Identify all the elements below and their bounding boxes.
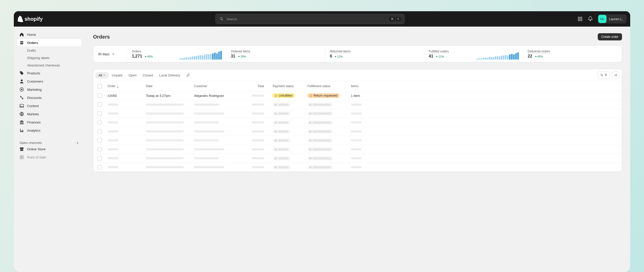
- table-row[interactable]: [93, 154, 622, 163]
- skeleton: [194, 112, 224, 115]
- tab-open[interactable]: Open: [125, 72, 140, 78]
- brand-logo[interactable]: shopify: [17, 16, 43, 22]
- topbar: shopify Search ⌘ K LL Lauren L.: [14, 11, 630, 27]
- col-fulfillment[interactable]: Fulfillment status: [307, 84, 351, 88]
- skeleton: [108, 139, 118, 141]
- svg-point-1: [21, 89, 22, 90]
- nav-content[interactable]: Content: [17, 102, 82, 110]
- skeleton: [273, 112, 290, 116]
- skeleton: [252, 166, 264, 168]
- skeleton: [307, 112, 333, 116]
- search-icon: [600, 73, 604, 77]
- stats-card: 30 days Orders 1,271 45% Ordered items: [93, 46, 622, 62]
- bell-icon[interactable]: [588, 16, 593, 22]
- col-payment[interactable]: Payment status: [264, 84, 307, 88]
- skeleton: [146, 104, 184, 106]
- sales-channels-header[interactable]: Sales channels: [17, 141, 82, 145]
- skeleton: [252, 139, 264, 141]
- user-menu[interactable]: LL Lauren L.: [598, 14, 627, 24]
- nav-online-store[interactable]: Online Store: [17, 145, 82, 153]
- skeleton: [307, 148, 333, 151]
- table-row[interactable]: [93, 100, 622, 109]
- tab-local-delivery[interactable]: Local Delivery: [156, 72, 183, 78]
- nav-abandoned[interactable]: Abandoned checkouts: [17, 62, 82, 69]
- row-checkbox[interactable]: [97, 129, 102, 134]
- table-row[interactable]: [93, 136, 622, 145]
- skeleton: [351, 148, 362, 150]
- table-row[interactable]: [93, 145, 622, 154]
- col-items[interactable]: Items: [351, 84, 618, 88]
- row-checkbox[interactable]: [97, 165, 102, 169]
- row-checkbox[interactable]: [97, 156, 102, 161]
- table-header: Order Date Customer Total Payment status…: [93, 81, 622, 91]
- pos-icon: [19, 155, 24, 160]
- tabs-row: All Unpaid Open Closed Local Delivery: [93, 69, 622, 81]
- skeleton: [307, 139, 333, 142]
- nav-orders[interactable]: Orders: [17, 39, 82, 47]
- search-placeholder: Search: [226, 17, 237, 21]
- caret-up-icon: [436, 55, 438, 58]
- globe-icon: [19, 112, 24, 116]
- col-date[interactable]: Date: [146, 84, 194, 88]
- skeleton: [273, 121, 290, 124]
- caret-up-icon: [145, 55, 147, 58]
- user-name: Lauren L.: [609, 17, 623, 21]
- brand-text: shopify: [25, 16, 43, 22]
- search-input[interactable]: Search ⌘ K: [215, 14, 405, 24]
- col-customer[interactable]: Customer: [194, 84, 243, 88]
- nav-marketing[interactable]: Marketing: [17, 86, 82, 93]
- nav-customers[interactable]: Customers: [17, 77, 82, 85]
- sort-button[interactable]: [612, 71, 620, 79]
- tab-all[interactable]: All: [95, 72, 109, 78]
- table-row[interactable]: [93, 109, 622, 118]
- row-checkbox[interactable]: [97, 102, 102, 107]
- shopify-icon: [17, 16, 24, 22]
- row-checkbox[interactable]: [97, 147, 102, 152]
- nav-discounts[interactable]: Discounts: [17, 94, 82, 101]
- skeleton: [194, 139, 219, 141]
- select-all-checkbox[interactable]: [97, 84, 102, 88]
- chart-icon: [19, 128, 24, 133]
- tab-unpaid[interactable]: Unpaid: [109, 72, 125, 78]
- table-row[interactable]: #2050 Today at 3:27pm Alejandro Rodrigue…: [93, 91, 622, 100]
- skeleton: [351, 130, 362, 132]
- date-range-selector[interactable]: 30 days: [93, 46, 127, 62]
- col-order[interactable]: Order: [108, 84, 146, 88]
- stat-returned-items[interactable]: Returned items 6 11%: [325, 46, 424, 62]
- tab-closed[interactable]: Closed: [140, 72, 156, 78]
- skeleton: [273, 148, 290, 151]
- row-checkbox[interactable]: [97, 120, 102, 125]
- nav-finances[interactable]: Finances: [17, 118, 82, 126]
- stat-fulfilled-orders[interactable]: Fulfilled orders 41 11%: [424, 46, 523, 62]
- store-icon: [19, 147, 24, 151]
- stat-delivered-orders[interactable]: Delivered orders 22 45%: [523, 46, 622, 62]
- cell-date: Today at 3:27pm: [146, 94, 194, 98]
- nav-home[interactable]: Home: [17, 31, 82, 38]
- nav-products[interactable]: Products: [17, 69, 82, 77]
- row-checkbox[interactable]: [97, 138, 102, 143]
- search-filter-button[interactable]: [598, 71, 610, 79]
- col-total[interactable]: Total: [243, 84, 264, 88]
- nav-drafts[interactable]: Drafts: [17, 47, 82, 54]
- create-order-button[interactable]: Create order: [598, 33, 622, 40]
- stat-orders[interactable]: Orders 1,271 45%: [127, 46, 226, 62]
- skeleton: [108, 157, 118, 159]
- bank-icon: [19, 120, 24, 124]
- nav-markets[interactable]: Markets: [17, 110, 82, 118]
- table-row[interactable]: [93, 127, 622, 136]
- skeleton: [351, 166, 362, 168]
- skeleton: [108, 148, 118, 150]
- table-row[interactable]: [93, 118, 622, 127]
- nav-pos[interactable]: Point of Sale: [17, 153, 82, 161]
- row-checkbox[interactable]: [97, 111, 102, 116]
- nav-analytics[interactable]: Analytics: [17, 127, 82, 134]
- stat-ordered-items[interactable]: Ordered items 31 29%: [226, 46, 325, 62]
- skeleton: [146, 157, 184, 159]
- nav-shipping-labels[interactable]: Shipping labels: [17, 54, 82, 61]
- table-row[interactable]: [93, 163, 622, 172]
- edit-views-button[interactable]: [183, 72, 193, 78]
- row-checkbox[interactable]: [97, 93, 102, 98]
- skeleton: [146, 130, 184, 132]
- apps-icon[interactable]: [577, 16, 583, 22]
- skeleton: [307, 156, 333, 160]
